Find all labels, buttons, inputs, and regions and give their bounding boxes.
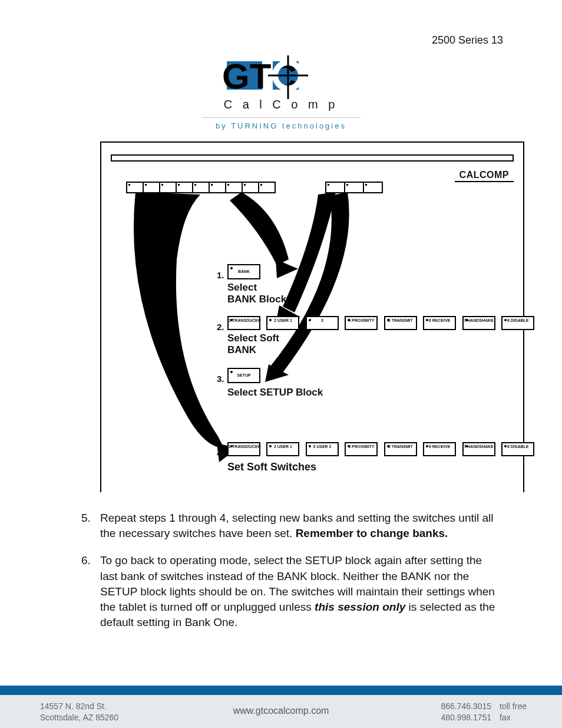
- logo-subtext: C a l C o m p: [201, 98, 361, 111]
- list-text: Repeat steps 1 through 4, selecting new …: [100, 510, 497, 541]
- step-4-number: 4.: [217, 448, 224, 458]
- list-item-6: 6. To go back to operating mode, select …: [81, 553, 497, 630]
- logo-divider: [201, 117, 361, 118]
- footer-phones: 866.746.3015toll free 480.998.1751fax: [441, 701, 527, 723]
- footer-gray-bar: 14557 N. 82nd St. Scottsdale, AZ 85260 w…: [0, 695, 562, 728]
- footer-address: 14557 N. 82nd St. Scottsdale, AZ 85260: [40, 701, 118, 723]
- step-1-label-b: BANK Block: [227, 294, 286, 305]
- list-number: 5.: [81, 510, 100, 541]
- step-4-cells: 1 TRANSDUCER 2 USER 1 3 USER 2 4 PROXIMI…: [227, 442, 538, 456]
- logo-byline: by TURNING technologies: [201, 121, 361, 130]
- step-1-label-a: Select: [227, 282, 257, 294]
- footer-url: www.gtcocalcomp.com: [233, 706, 329, 716]
- step-4-label: Set Soft Switches: [227, 461, 316, 473]
- body-list: 5. Repeat steps 1 through 4, selecting n…: [81, 510, 497, 643]
- step-3-number: 3.: [217, 374, 224, 384]
- list-item-5: 5. Repeat steps 1 through 4, selecting n…: [81, 510, 497, 541]
- page-number: 2500 Series 13: [432, 34, 503, 47]
- footer: 14557 N. 82nd St. Scottsdale, AZ 85260 w…: [0, 686, 562, 728]
- step-2-label-a: Select Soft: [227, 332, 279, 344]
- svg-marker-7: [276, 259, 298, 278]
- setup-diagram: CALCOMP 1. BANK Select BANK Blo: [100, 141, 524, 492]
- logo-block: GTC C a l C o m p by TURNING technologie…: [201, 55, 361, 130]
- bank-block-box: BANK: [227, 264, 260, 279]
- setup-block-box: SETUP: [227, 368, 260, 383]
- step-3-label: Select SETUP Block: [227, 387, 323, 398]
- step-2-label-b: BANK: [227, 344, 256, 356]
- step-1-number: 1.: [217, 270, 224, 280]
- list-text: To go back to operating mode, select the…: [100, 553, 497, 630]
- gtco-logo-icon: GTC: [222, 55, 340, 100]
- step-2-cells: 1 TRANSDUCER 2 USER 1 3 4 PROXIMITY 5 TR…: [227, 316, 538, 330]
- page: 2500 Series 13 GTC C a l C o m p by TURN…: [0, 0, 562, 728]
- footer-blue-bar: [0, 686, 562, 695]
- step-2-number: 2.: [217, 322, 224, 332]
- list-number: 6.: [81, 553, 100, 630]
